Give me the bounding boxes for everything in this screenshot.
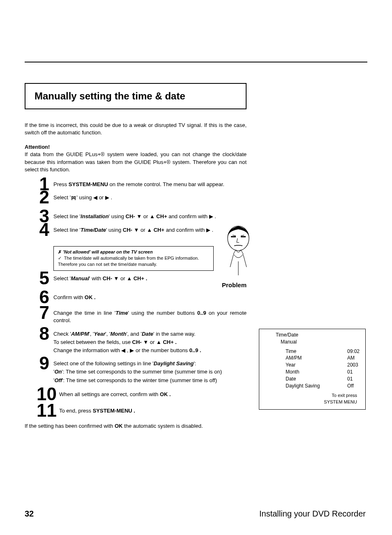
step-7: 7 Change the time in line 'Time' using t… [25,309,247,324]
step-text: To end, press SYSTEM-MENU . [59,407,247,415]
section-title: Manually setting the time & date [35,90,237,102]
step-text: 'Off': The time set corresponds to the w… [53,377,247,384]
step-9: 9 Select one of the following settings i… [25,360,247,384]
step-text: Change the time in line 'Time' using the… [53,309,247,324]
svg-line-2 [241,235,244,236]
osd-display: Time/Date Manual Time AM/PM Year Month D… [259,329,366,410]
step-text: Select '' using ◀ or ▶ . [53,194,247,201]
step-text: Press SYSTEM-MENU on the remote control.… [53,181,247,188]
step-text: Select line 'Installation' using CH- ▼ o… [53,213,247,220]
step-11: 11 To end, press SYSTEM-MENU . [25,407,247,415]
problem-body: ✓ The time/date will automatically be ta… [58,255,209,268]
step-text: Change the information with ◀ , ▶ or the… [53,347,247,354]
step-text: Select line 'Time/Date' using CH- ▼ or ▲… [53,226,247,234]
svg-point-3 [73,197,74,198]
osd-labels: Time AM/PM Year Month Date Daylight Savi… [286,348,320,390]
osd-values: 09:02 AM 2003 01 01 Off [347,348,360,390]
osd-subtitle: Manual [281,339,360,346]
step-text: When all settings are correct, confirm w… [59,391,247,398]
osd-title: Time/Date [276,332,360,339]
step-2: 2 Select '' using ◀ or ▶ . [25,194,247,201]
step-4: 4 Select line 'Time/Date' using CH- ▼ or… [25,226,247,234]
attention-text: If data from the GUIDE PLus+® system wer… [25,151,247,173]
step-number: 5 [25,269,49,287]
step-6: 6 Confirm with OK . [25,294,247,301]
osd-table: Time AM/PM Year Month Date Daylight Savi… [286,348,360,390]
osd-exit: To exit press SYSTEM MENU [276,392,357,405]
setup-icon [71,195,76,201]
step-number: 8 [25,325,49,343]
step-text: 'On': The time set corresponds to the su… [53,368,247,376]
page-footer: 32 Installing your DVD Recorder [25,509,366,519]
step-number: 11 [25,401,57,420]
step-text: Check 'AM/PM', 'Year', 'Month', and 'Dat… [53,330,247,338]
chapter-title: Installing your DVD Recorder [259,509,366,519]
step-1: 1 Press SYSTEM-MENU on the remote contro… [25,181,247,188]
problem-box: ✗ 'Not allowed' will appear on the TV sc… [53,246,214,271]
svg-line-1 [233,235,236,236]
page-number: 32 [25,509,34,519]
problem-heading: ✗ 'Not allowed' will appear on the TV sc… [58,249,209,255]
step-text: Select one of the following settings in … [53,360,247,367]
step-text: To select between the fields, use CH- ▼ … [53,339,247,346]
step-text: Select 'Manual' with CH- ▼ or ▲ CH+ . [53,275,247,282]
step-5: 5 Select 'Manual' with CH- ▼ or ▲ CH+ . [25,275,247,282]
attention-block: Attention! If data from the GUIDE PLus+®… [25,144,367,173]
attention-label: Attention! [25,144,367,150]
step-10: 10 When all settings are correct, confir… [25,391,247,398]
step-8: 8 Check 'AM/PM', 'Year', 'Month', and 'D… [25,330,247,355]
steps-container: Problem 1 Press SYSTEM-MENU on the remot… [25,181,247,429]
step-text: Confirm with OK . [53,294,247,301]
step-3: 3 Select line 'Installation' using CH- ▼… [25,213,247,220]
closing-note: If the setting has been confirmed with O… [25,423,247,429]
intro-paragraph: If the time is incorrect, this could be … [25,122,247,136]
section-title-box: Manually setting the time & date [25,83,247,109]
step-number: 4 [25,221,49,239]
problem-label: Problem [222,281,247,288]
step-number: 7 [25,304,49,322]
step-number: 2 [25,188,49,206]
step-number: 9 [25,354,49,372]
top-rule [25,62,367,62]
